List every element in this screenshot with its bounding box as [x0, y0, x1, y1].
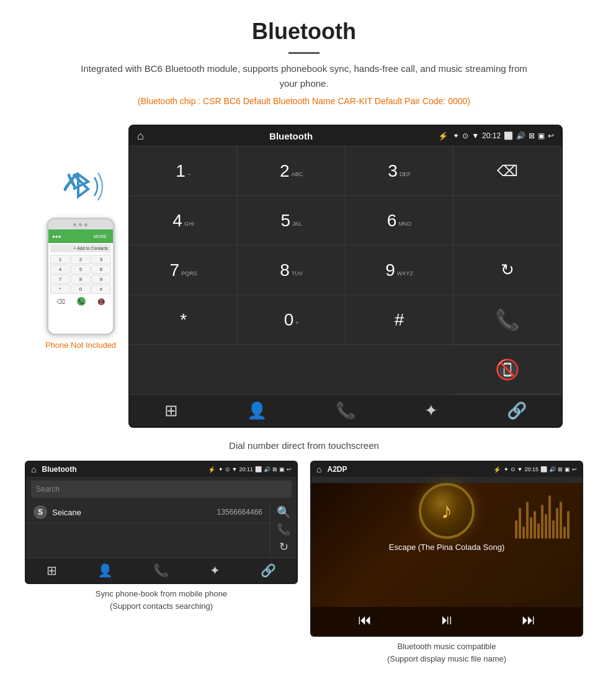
- bottom-screens-section: ⌂ Bluetooth ⚡ ✦ ⊙ ▼ 20:11 ⬜ 🔊 ⊠ ▣ ↩ Sear…: [0, 461, 608, 675]
- contact-letter: S: [34, 505, 47, 519]
- phone-key-9: 9: [91, 275, 111, 284]
- pb-wifi-icon: ▼: [232, 466, 238, 472]
- ms-status-title: A2DP: [327, 465, 490, 474]
- phone-key-hash: #: [91, 285, 111, 294]
- pb-cam-icon: ⬜: [255, 466, 262, 472]
- phonebook-list: S Seicane 13566664466: [26, 502, 270, 557]
- phonebook-search-bar[interactable]: Search: [31, 481, 292, 498]
- dial-key-4[interactable]: 4GHI: [130, 196, 238, 246]
- dial-key-2[interactable]: 2ABC: [238, 146, 346, 196]
- main-status-bar: ⌂ Bluetooth ⚡ ✦ ⊙ ▼ 20:12 ⬜ 🔊 ⊠ ▣ ↩: [130, 126, 561, 146]
- bluetooth-signal-area: ✗: [56, 162, 105, 211]
- pb-phone-right-icon: 📞: [277, 523, 290, 536]
- main-screen-section: ✗ ●●● MORE + Add to Cont: [0, 125, 608, 434]
- main-bottom-nav: ⊞ 👤 📞 ✦ 🔗: [130, 394, 561, 427]
- pb-win-icon: ▣: [279, 466, 285, 472]
- nav-dialpad-icon[interactable]: ⊞: [164, 401, 178, 420]
- pb-nav-link[interactable]: 🔗: [261, 563, 276, 578]
- pb-nav-phone[interactable]: 📞: [153, 563, 169, 578]
- pb-nav-dialpad[interactable]: ⊞: [47, 563, 57, 578]
- dial-key-6[interactable]: 6MNO: [346, 196, 454, 246]
- phone-bottom-row: ⌫ 📞 📵: [48, 295, 113, 308]
- window-icon: ▣: [538, 131, 545, 140]
- phone-key-4: 4: [50, 265, 70, 274]
- ms-back-icon: ↩: [572, 466, 577, 472]
- phone-backspace: ⌫: [56, 298, 65, 305]
- prev-track-button[interactable]: ⏮: [358, 612, 372, 628]
- phone-key-0: 0: [71, 285, 91, 294]
- nav-phone-icon[interactable]: 📞: [336, 401, 355, 420]
- page-header: Bluetooth Integrated with BC6 Bluetooth …: [0, 0, 608, 125]
- dial-key-1[interactable]: 1⌣: [130, 146, 238, 196]
- pb-loc-icon: ⊙: [225, 466, 230, 472]
- back-icon: ↩: [548, 131, 554, 140]
- phone-key-8: 8: [71, 275, 91, 284]
- dial-key-end-call[interactable]: 📵: [454, 345, 561, 394]
- home-icon: ⌂: [137, 130, 144, 143]
- phone-end-call: 📵: [97, 298, 105, 305]
- nav-contacts-icon[interactable]: 👤: [247, 401, 267, 420]
- dial-key-call[interactable]: 📞: [454, 295, 561, 345]
- phonebook-caption: Sync phone-book from mobile phone(Suppor…: [89, 584, 233, 616]
- location-icon: ⊙: [462, 131, 468, 140]
- album-art: ♪: [419, 483, 475, 539]
- dial-key-backspace[interactable]: ⌫: [454, 146, 561, 196]
- dial-key-reload[interactable]: ↻: [454, 246, 561, 295]
- music-screen: ⌂ A2DP ⚡ ✦ ⊙ ▼ 20:15 ⬜ 🔊 ⊠ ▣ ↩: [310, 461, 583, 637]
- pb-home-icon: ⌂: [31, 464, 36, 474]
- pb-nav-contacts[interactable]: 👤: [97, 563, 113, 578]
- phone-key-1: 1: [50, 255, 70, 264]
- ms-time: 20:15: [524, 466, 539, 472]
- pb-status-title: Bluetooth: [42, 465, 204, 474]
- phone-more-btn: MORE: [91, 234, 109, 239]
- call-red-icon: 📵: [495, 358, 520, 381]
- phone-not-included-label: Phone Not Included: [45, 340, 116, 350]
- phone-dot-1: [73, 223, 76, 226]
- stop-icon: ⊠: [529, 131, 535, 140]
- phone-illustration: ✗ ●●● MORE + Add to Cont: [45, 162, 116, 350]
- ms-stop-icon: ⊠: [558, 466, 563, 472]
- pb-bt-icon: ✦: [218, 466, 223, 472]
- dial-key-0[interactable]: 0+: [238, 295, 346, 345]
- dial-key-empty-2: [454, 196, 561, 246]
- pb-usb-icon: ⚡: [208, 466, 215, 473]
- volume-icon: 🔊: [516, 131, 525, 140]
- ms-status-icons: ✦ ⊙ ▼ 20:15 ⬜ 🔊 ⊠ ▣ ↩: [504, 466, 577, 472]
- dial-key-5[interactable]: 5JKL: [238, 196, 346, 246]
- phone-key-6: 6: [91, 265, 111, 274]
- phone-key-7: 7: [50, 275, 70, 284]
- dial-key-3[interactable]: 3DEF: [346, 146, 454, 196]
- music-controls: ⏮ ⏯ ⏭: [311, 607, 582, 636]
- phonebook-wrapper: ⌂ Bluetooth ⚡ ✦ ⊙ ▼ 20:11 ⬜ 🔊 ⊠ ▣ ↩ Sear…: [25, 461, 298, 668]
- phonebook-screen: ⌂ Bluetooth ⚡ ✦ ⊙ ▼ 20:11 ⬜ 🔊 ⊠ ▣ ↩ Sear…: [25, 461, 298, 584]
- dialpad-grid: 1⌣ 2ABC 3DEF ⌫ 4GHI 5JKL 6MNO: [130, 146, 561, 394]
- call-green-icon: 📞: [495, 308, 520, 332]
- phonebook-content: S Seicane 13566664466 🔍 📞 ↻: [26, 502, 297, 557]
- ms-loc-icon: ⊙: [511, 466, 516, 472]
- dial-key-hash[interactable]: #: [346, 295, 454, 345]
- nav-bluetooth-icon[interactable]: ✦: [424, 401, 438, 420]
- ms-usb-icon: ⚡: [493, 466, 501, 473]
- pb-back-icon: ↩: [287, 466, 292, 472]
- pb-reload-right-icon: ↻: [279, 540, 288, 554]
- phone-key-star: *: [50, 285, 70, 294]
- dial-key-7[interactable]: 7PQRS: [130, 246, 238, 295]
- dial-key-8[interactable]: 8TUV: [238, 246, 346, 295]
- phone-mockup: ●●● MORE + Add to Contacts 1 2 3 4 5 6 7…: [47, 218, 115, 335]
- next-track-button[interactable]: ⏭: [522, 612, 535, 628]
- phone-dot-3: [84, 223, 87, 226]
- music-note-icon: ♪: [441, 498, 452, 524]
- play-pause-button[interactable]: ⏯: [440, 612, 454, 628]
- dial-key-9[interactable]: 9WXYZ: [346, 246, 454, 295]
- pb-nav-bt[interactable]: ✦: [210, 563, 220, 578]
- nav-link-icon[interactable]: 🔗: [507, 401, 527, 420]
- dial-key-star[interactable]: *: [130, 295, 238, 345]
- music-status-bar: ⌂ A2DP ⚡ ✦ ⊙ ▼ 20:15 ⬜ 🔊 ⊠ ▣ ↩: [311, 462, 582, 477]
- phone-key-2: 2: [71, 255, 91, 264]
- contact-number: 13566664466: [217, 508, 262, 516]
- usb-icon: ⚡: [438, 131, 448, 141]
- contact-row[interactable]: S Seicane 13566664466: [26, 502, 270, 523]
- pb-stop-icon: ⊠: [272, 466, 277, 472]
- dial-key-end-col1: [130, 345, 238, 394]
- bluetooth-status-icon: ✦: [453, 131, 459, 140]
